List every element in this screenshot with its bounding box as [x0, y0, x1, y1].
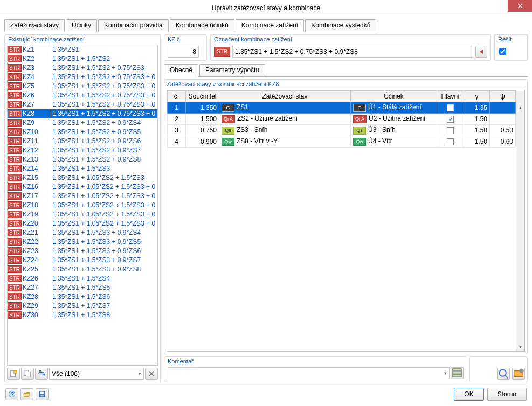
scroll-down-icon[interactable]: ▼ — [516, 342, 524, 351]
type-badge: STR — [8, 247, 22, 255]
comment-group: Komentář ▾ — [164, 356, 466, 382]
filter-select-label: Vše (106) — [52, 370, 80, 377]
combination-id: KZ22 — [23, 237, 50, 247]
kz-number-input[interactable] — [168, 46, 199, 58]
new-combination-button[interactable] — [7, 368, 20, 380]
top-tab-2[interactable]: Kombinační pravidla — [98, 19, 169, 32]
state-row[interactable]: 21.500Qi AZS2 - Užitné zatíženíQi AÚ2 - … — [168, 114, 524, 125]
category-badge: Qs — [222, 127, 234, 135]
comment-input[interactable]: ▾ — [168, 367, 450, 379]
type-badge: STR — [8, 192, 22, 200]
top-tab-5[interactable]: Kombinace výsledků — [305, 19, 376, 32]
main-checkbox[interactable] — [447, 138, 454, 145]
cancel-button[interactable]: Storno — [487, 388, 527, 401]
main-checkbox[interactable] — [447, 104, 454, 111]
solve-checkbox[interactable] — [499, 48, 506, 55]
state-row[interactable]: 40.900QwZS8 - Vítr v -YQwÚ4 - Vítr1.500.… — [168, 136, 524, 148]
main-checkbox[interactable] — [447, 116, 454, 123]
combination-row[interactable]: STRKZ221.35*ZS1 + 1.5*ZS3 + 0.9*ZS5 — [8, 237, 157, 247]
combination-row[interactable]: STRKZ211.35*ZS1 + 1.5*ZS3 + 0.9*ZS4 — [8, 228, 157, 237]
svg-rect-8 — [453, 375, 462, 377]
category-badge: Qi A — [222, 115, 235, 123]
effect-badge: G — [353, 104, 366, 112]
svg-rect-1 — [14, 370, 17, 373]
combination-row[interactable]: STRKZ191.35*ZS1 + 1.05*ZS2 + 1.5*ZS3 + 0 — [8, 210, 157, 219]
type-badge: STR — [8, 137, 22, 145]
combination-row[interactable]: STRKZ31.35*ZS1 + 1.5*ZS2 + 0.75*ZS3 — [8, 64, 157, 73]
combination-row[interactable]: STRKZ131.35*ZS1 + 1.5*ZS2 + 0.9*ZS8 — [8, 155, 157, 164]
combination-row[interactable]: STRKZ271.35*ZS1 + 1.5*ZS5 — [8, 283, 157, 292]
help-button[interactable]: ? — [5, 388, 18, 400]
state-row[interactable]: 11.350GZS1GÚ1 - Stálá zatížení1.35 — [168, 102, 524, 114]
effect-badge: Qi A — [353, 115, 367, 123]
type-badge: STR — [8, 265, 22, 273]
combination-row[interactable]: STRKZ81.35*ZS1 + 1.5*ZS2 + 0.75*ZS3 + 0 — [8, 109, 157, 118]
close-button[interactable] — [508, 0, 532, 12]
combination-row[interactable]: STRKZ201.35*ZS1 + 1.05*ZS2 + 1.5*ZS3 + 0 — [8, 219, 157, 228]
ok-button[interactable]: OK — [454, 388, 483, 401]
combination-row[interactable]: STRKZ11.35*ZS1 — [8, 45, 157, 54]
top-tab-3[interactable]: Kombinace účinků — [170, 19, 234, 32]
sub-tab-1[interactable]: Parametry výpočtu — [199, 64, 265, 76]
combination-row[interactable]: STRKZ171.35*ZS1 + 1.05*ZS2 + 1.5*ZS3 + 0 — [8, 192, 157, 201]
save-button[interactable] — [36, 388, 49, 400]
chevron-down-icon: ▾ — [139, 371, 141, 376]
type-badge: STR — [8, 110, 22, 117]
combination-row[interactable]: STRKZ151.35*ZS1 + 1.05*ZS2 + 1.5*ZS3 — [8, 173, 157, 183]
state-row[interactable]: 30.750QsZS3 - SníhQsÚ3 - Sníh1.500.50 — [168, 125, 524, 136]
combination-formula: 1.35*ZS1 + 1.5*ZS2 + 0.75*ZS3 + 0 — [52, 91, 155, 100]
copy-combination-button[interactable] — [21, 368, 34, 380]
combination-row[interactable]: STRKZ251.35*ZS1 + 1.5*ZS3 + 0.9*ZS8 — [8, 265, 157, 274]
combination-row[interactable]: STRKZ281.35*ZS1 + 1.5*ZS6 — [8, 292, 157, 302]
delete-combination-button[interactable] — [145, 368, 158, 380]
top-tab-1[interactable]: Účinky — [66, 19, 97, 32]
type-badge: STR — [8, 128, 22, 136]
top-tab-4[interactable]: Kombinace zatížení — [236, 19, 304, 32]
filter-select[interactable]: Vše (106) ▾ — [49, 368, 144, 380]
combination-row[interactable]: STRKZ231.35*ZS1 + 1.5*ZS3 + 0.9*ZS6 — [8, 247, 157, 256]
window-title: Upravit zatěžovací stavy a kombinace — [0, 4, 532, 12]
sub-tab-0[interactable]: Obecné — [164, 64, 198, 77]
settings-button[interactable] — [512, 368, 525, 380]
combination-row[interactable]: STRKZ71.35*ZS1 + 1.5*ZS2 + 0.75*ZS3 + 0 — [8, 100, 157, 109]
details-button[interactable] — [497, 368, 510, 380]
combination-row[interactable]: STRKZ291.35*ZS1 + 1.5*ZS7 — [8, 302, 157, 311]
evaluate-button[interactable] — [475, 46, 487, 58]
detail-tools-group — [469, 356, 528, 382]
import-button[interactable] — [20, 388, 33, 400]
scroll-up-icon[interactable]: ▲ — [516, 103, 524, 112]
combination-row[interactable]: STRKZ101.35*ZS1 + 1.5*ZS2 + 0.9*ZS5 — [8, 128, 157, 137]
combination-row[interactable]: STRKZ41.35*ZS1 + 1.5*ZS2 + 0.75*ZS3 + 0 — [8, 73, 157, 82]
combination-row[interactable]: STRKZ61.35*ZS1 + 1.5*ZS2 + 0.75*ZS3 + 0 — [8, 91, 157, 100]
combination-formula: 1.35*ZS1 + 1.5*ZS8 — [52, 311, 110, 320]
states-scrollbar[interactable]: ▲ ▼ — [516, 103, 524, 351]
states-table-container: č.SoučinitelZatěžovací stavÚčinekHlavníγ… — [167, 90, 525, 352]
top-tab-0[interactable]: Zatěžovací stavy — [4, 19, 65, 32]
combination-id: KZ24 — [23, 256, 50, 265]
type-badge: STR — [8, 55, 22, 62]
type-badge: STR — [8, 238, 22, 246]
svg-point-11 — [519, 368, 523, 373]
combination-row[interactable]: STRKZ301.35*ZS1 + 1.5*ZS8 — [8, 311, 157, 320]
combination-row[interactable]: STRKZ111.35*ZS1 + 1.5*ZS2 + 0.9*ZS6 — [8, 137, 157, 146]
states-table[interactable]: č.SoučinitelZatěžovací stavÚčinekHlavníγ… — [167, 90, 524, 148]
comment-pick-button[interactable] — [451, 367, 464, 379]
combination-row[interactable]: STRKZ51.35*ZS1 + 1.5*ZS2 + 0.75*ZS3 + 0 — [8, 82, 157, 91]
sort-button[interactable]: AB — [35, 368, 48, 380]
category-badge: G — [222, 104, 234, 112]
combination-row[interactable]: STRKZ181.35*ZS1 + 1.05*ZS2 + 1.5*ZS3 + 0 — [8, 201, 157, 210]
svg-rect-15 — [40, 391, 44, 394]
combination-row[interactable]: STRKZ141.35*ZS1 + 1.5*ZS3 — [8, 164, 157, 173]
combination-row[interactable]: STRKZ21.35*ZS1 + 1.5*ZS2 — [8, 54, 157, 64]
combination-row[interactable]: STRKZ121.35*ZS1 + 1.5*ZS2 + 0.9*ZS7 — [8, 146, 157, 155]
combination-list[interactable]: STRKZ11.35*ZS1STRKZ21.35*ZS1 + 1.5*ZS2ST… — [7, 45, 158, 366]
combination-row[interactable]: STRKZ241.35*ZS1 + 1.5*ZS3 + 0.9*ZS7 — [8, 256, 157, 265]
chevron-down-icon: ▾ — [444, 370, 447, 376]
combination-formula-input[interactable]: 1.35*ZS1 + 1.5*ZS2 + 0.75*ZS3 + 0.9*ZS8 — [232, 46, 473, 58]
main-checkbox[interactable] — [447, 127, 454, 134]
combination-id: KZ1 — [23, 45, 50, 54]
combination-row[interactable]: STRKZ261.35*ZS1 + 1.5*ZS4 — [8, 274, 157, 283]
type-badge: STR — [8, 156, 22, 163]
combination-row[interactable]: STRKZ161.35*ZS1 + 1.05*ZS2 + 1.5*ZS3 + 0 — [8, 183, 157, 192]
combination-row[interactable]: STRKZ91.35*ZS1 + 1.5*ZS2 + 0.9*ZS4 — [8, 118, 157, 128]
